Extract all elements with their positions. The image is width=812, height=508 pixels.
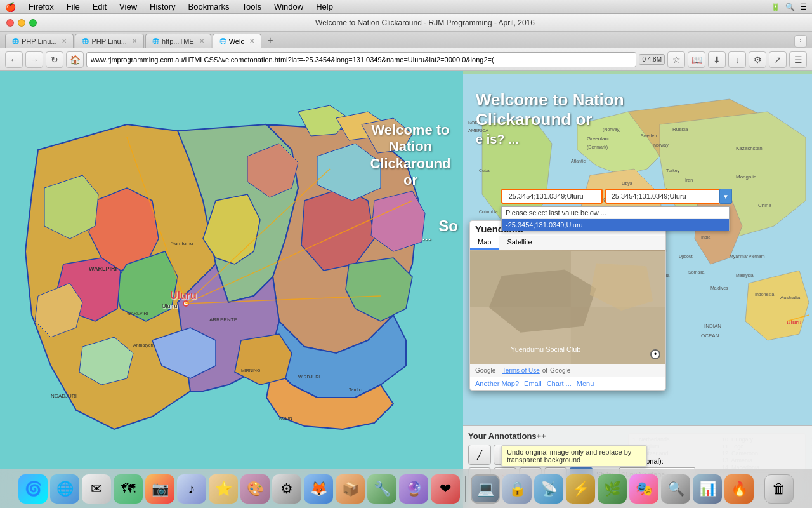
terms-link[interactable]: Terms of Use: [502, 367, 540, 374]
maps-tab-satellite[interactable]: Satellite: [499, 236, 540, 250]
australia-panel[interactable]: WARLPIRI Yurntumu WARLPIRI ARRERNTE Anma…: [0, 71, 463, 508]
svg-text:Somalia: Somalia: [688, 270, 704, 274]
menu-edit[interactable]: Edit: [90, 2, 109, 11]
location-marker: •: [650, 349, 660, 359]
settings-icon[interactable]: ⚙: [749, 51, 766, 68]
menu-link[interactable]: Menu: [577, 380, 594, 387]
dropdown-arrow-button[interactable]: ▼: [719, 189, 732, 204]
search-icon-menu[interactable]: 🔍: [785, 3, 795, 11]
dock-app5[interactable]: 🔧: [367, 474, 396, 504]
maps-tab-map[interactable]: Map: [470, 236, 499, 250]
maps-popup: Yuendemu Map Satellite Yuen: [469, 220, 666, 391]
dropdown-option[interactable]: -25.3454;131.0349;Uluru: [502, 219, 729, 231]
ann-btn-line[interactable]: ╱: [468, 444, 491, 465]
menu-button[interactable]: ☰: [789, 51, 807, 68]
svg-text:Vietnam: Vietnam: [749, 254, 765, 258]
dock-app13[interactable]: 🎭: [629, 474, 658, 504]
welcome-right-title: Welcome to NationClickaround or: [476, 90, 624, 130]
home-button[interactable]: 🏠: [66, 51, 84, 68]
coord-input-row: ▼: [501, 189, 732, 204]
window-title: Welcome to Nation Clickaround - RJM Prog…: [44, 18, 806, 27]
svg-text:Malaysia: Malaysia: [736, 273, 754, 278]
dock-app10[interactable]: 📡: [534, 474, 563, 504]
reading-button[interactable]: 📖: [688, 51, 705, 68]
coordinate-dropdown[interactable]: Please select last value below ... -25.3…: [501, 206, 730, 231]
tab-list-button[interactable]: ⋮: [794, 35, 807, 48]
menu-bar-left: 🍎 Firefox File Edit View History Bookmar…: [5, 2, 336, 12]
new-tab-button[interactable]: +: [263, 34, 278, 48]
dock-maps[interactable]: 🗺: [114, 474, 143, 504]
tab-bar: 🌐 PHP Linu... ✕ 🌐 PHP Linu... ✕ 🌐 http..…: [0, 32, 812, 48]
download-button[interactable]: ↓: [728, 51, 746, 68]
svg-text:India: India: [701, 235, 710, 239]
window-controls: [6, 19, 37, 27]
minimize-button[interactable]: [18, 19, 25, 27]
menu-bookmarks[interactable]: Bookmarks: [186, 2, 232, 11]
dock-app16[interactable]: 🔥: [724, 474, 754, 504]
svg-text:Sweden: Sweden: [641, 133, 657, 138]
tab-1[interactable]: 🌐 PHP Linu... ✕: [5, 34, 74, 48]
dock-finder[interactable]: 🌀: [18, 474, 48, 504]
svg-text:Australia: Australia: [780, 295, 801, 300]
coordinate-input[interactable]: [501, 189, 603, 204]
svg-text:China: China: [758, 203, 771, 208]
tab-3[interactable]: 🌐 http...TME ✕: [145, 34, 211, 48]
dock-app11[interactable]: ⚡: [566, 474, 595, 504]
dock-app7[interactable]: ❤: [431, 474, 460, 504]
close-button[interactable]: [6, 19, 14, 27]
reload-button[interactable]: ↻: [46, 51, 63, 68]
dock-app12[interactable]: 🌿: [598, 474, 627, 504]
pocket-button[interactable]: ⬇: [708, 51, 726, 68]
dock-app14[interactable]: 🔍: [661, 474, 690, 504]
share-button[interactable]: ↗: [769, 51, 787, 68]
dock-app3[interactable]: ⚙: [272, 474, 301, 504]
uluru-label: Uluru: [170, 290, 197, 302]
dock-photos[interactable]: 📷: [145, 474, 174, 504]
download-badge: 0 4.8M: [639, 54, 665, 65]
menu-window[interactable]: Window: [272, 2, 306, 11]
menu-help[interactable]: Help: [313, 2, 336, 11]
url-bar[interactable]: [86, 52, 636, 67]
dock-music[interactable]: ♪: [177, 474, 206, 504]
tab-2[interactable]: 🌐 PHP Linu... ✕: [75, 34, 143, 48]
another-map-link[interactable]: Another Map?: [475, 380, 519, 387]
menu-tools[interactable]: Tools: [240, 2, 264, 11]
dock-firefox[interactable]: 🦊: [304, 474, 333, 504]
dock-app4[interactable]: 📦: [336, 474, 365, 504]
dock-mail[interactable]: ✉: [82, 474, 111, 504]
email-link[interactable]: Email: [524, 380, 542, 387]
dock-app6[interactable]: 🔮: [399, 474, 428, 504]
menu-icon[interactable]: ☰: [800, 3, 807, 11]
maps-tab-bar: Map Satellite: [470, 236, 665, 250]
main-content: WARLPIRI Yurntumu WARLPIRI ARRERNTE Anma…: [0, 71, 812, 508]
svg-text:Colombia: Colombia: [479, 210, 498, 214]
back-button[interactable]: ←: [5, 51, 23, 68]
dock-trash[interactable]: 🗑: [764, 474, 794, 504]
svg-text:KULIN: KULIN: [279, 416, 292, 420]
menu-view[interactable]: View: [117, 2, 140, 11]
dock-separator: [465, 476, 466, 502]
menu-history[interactable]: History: [147, 2, 178, 11]
menu-file[interactable]: File: [64, 2, 82, 11]
dock-app1[interactable]: ⭐: [209, 474, 238, 504]
menu-firefox[interactable]: Firefox: [26, 2, 56, 11]
bookmark-button[interactable]: ☆: [667, 51, 685, 68]
svg-text:Kazakhstan: Kazakhstan: [736, 145, 763, 151]
apple-menu[interactable]: 🍎: [5, 2, 16, 12]
uluru-sub-label: Ulurru: [162, 303, 178, 309]
coordinate-select-display[interactable]: [605, 189, 719, 204]
dock-safari[interactable]: 🌐: [50, 474, 79, 504]
welcome-right-panel: Welcome to NationClickaround or e is? ..…: [476, 90, 624, 147]
title-bar: Welcome to Nation Clickaround - RJM Prog…: [0, 14, 812, 32]
dock-app15[interactable]: 📊: [693, 474, 722, 504]
dock-app8[interactable]: 💻: [471, 474, 500, 504]
maps-image-area: Yuendumu Social Club •: [470, 250, 665, 364]
maximize-button[interactable]: [29, 19, 37, 27]
dock-app2[interactable]: 🎨: [240, 474, 270, 504]
svg-text:Russia: Russia: [672, 126, 688, 132]
forward-button[interactable]: →: [25, 51, 43, 68]
chart-link[interactable]: Chart ...: [547, 380, 572, 387]
dock-app9[interactable]: 🔒: [502, 474, 532, 504]
tab-4-active[interactable]: 🌐 Welc ✕: [213, 34, 261, 48]
so-text: So: [438, 217, 458, 235]
